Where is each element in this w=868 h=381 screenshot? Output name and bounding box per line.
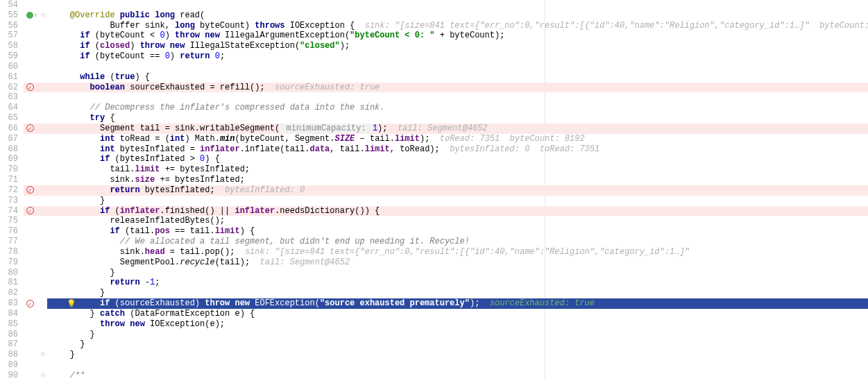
line-number: 57: [0, 31, 24, 41]
line-number: 56: [0, 21, 24, 31]
code-text[interactable]: [47, 0, 868, 10]
fold-toggle-icon[interactable]: ⊟: [39, 350, 47, 360]
code-line[interactable]: 57 if (byteCount < 0) throw new IllegalA…: [0, 31, 868, 41]
code-line[interactable]: 59 if (byteCount == 0) return 0;: [0, 51, 868, 62]
code-text[interactable]: @Override public long read(: [47, 10, 868, 21]
override-marker-icon[interactable]: [26, 12, 33, 19]
code-line[interactable]: 65 try {: [0, 113, 868, 124]
inline-hint: sourceExhausted: true: [490, 298, 595, 308]
code-line[interactable]: 64 // Decompress the inflater's compress…: [0, 103, 868, 113]
code-line[interactable]: 82 }: [0, 288, 868, 298]
code-editor[interactable]: 54 55↑⊟ @Override public long read( 56 B…: [0, 0, 868, 381]
code-line[interactable]: 88⊟ }: [0, 350, 868, 360]
code-line[interactable]: 67 int toRead = (int) Math.min(byteCount…: [0, 134, 868, 144]
up-arrow-icon: ↑: [34, 11, 37, 22]
code-line[interactable]: 66 Segment tail = sink.writableSegment( …: [0, 124, 868, 134]
code-line[interactable]: 77 // We allocated a tail segment, but d…: [0, 237, 868, 247]
code-line[interactable]: 73 }: [0, 196, 868, 206]
code-line[interactable]: 71 sink.size += bytesInflated;: [0, 175, 868, 185]
code-line[interactable]: 84 } catch (DataFormatException e) {: [0, 309, 868, 319]
code-line[interactable]: 76 if (tail.pos == tail.limit) {: [0, 226, 868, 237]
breakpoint-icon[interactable]: [26, 124, 34, 132]
breakpoint-icon[interactable]: [26, 186, 34, 194]
code-line[interactable]: 61 while (true) {: [0, 72, 868, 83]
code-line[interactable]: 79 SegmentPool.recycle(tail); tail: Segm…: [0, 257, 868, 268]
parameter-hint: minimumCapacity:: [280, 124, 373, 133]
code-line[interactable]: 62 boolean sourceExhausted = refill(); s…: [0, 83, 868, 93]
code-line[interactable]: 72 return bytesInflated; bytesInflated: …: [0, 185, 868, 196]
code-line[interactable]: 60: [0, 62, 868, 72]
code-line[interactable]: 81 return -1;: [0, 278, 868, 288]
code-line[interactable]: 70 tail.limit += bytesInflated;: [0, 164, 868, 175]
fold-gutter[interactable]: [39, 0, 47, 10]
code-line[interactable]: 80 }: [0, 268, 868, 278]
fold-toggle-icon[interactable]: ⊟: [39, 10, 47, 21]
code-line[interactable]: 85 throw new IOException(e);: [0, 319, 868, 330]
inline-hint: sourceExhausted: true: [275, 83, 380, 92]
code-line[interactable]: 78 sink.head = tail.pop(); sink: "[size=…: [0, 247, 868, 257]
code-line[interactable]: 58 if (closed) throw new IllegalStateExc…: [0, 41, 868, 51]
code-line[interactable]: 68 int bytesInflated = inflater.inflate(…: [0, 144, 868, 155]
code-line[interactable]: 69 if (bytesInflated > 0) {: [0, 154, 868, 164]
code-line[interactable]: 74 if (inflater.finished() || inflater.n…: [0, 206, 868, 217]
code-line-current[interactable]: 83💡 if (sourceExhausted) throw new EOFEx…: [0, 298, 868, 309]
code-line[interactable]: 89: [0, 360, 868, 371]
code-line[interactable]: 63: [0, 92, 868, 103]
line-number: 54: [0, 0, 24, 10]
code-line[interactable]: 55↑⊟ @Override public long read(: [0, 10, 868, 21]
code-text[interactable]: Buffer sink, long byteCount) throws IOEx…: [47, 21, 868, 31]
code-line[interactable]: 90⊟ /**: [0, 371, 868, 381]
breakpoint-icon[interactable]: [26, 83, 34, 91]
breakpoint-icon[interactable]: [26, 300, 34, 307]
code-line[interactable]: 54: [0, 0, 868, 10]
code-line[interactable]: 56 Buffer sink, long byteCount) throws I…: [0, 21, 868, 31]
code-line[interactable]: 75 releaseInflatedBytes();: [0, 216, 868, 226]
line-number: 55: [0, 10, 24, 21]
gutter-icons: [24, 0, 39, 10]
gutter-icons[interactable]: [24, 83, 39, 93]
code-line[interactable]: 87 }: [0, 339, 868, 350]
fold-toggle-icon[interactable]: ⊟: [39, 371, 47, 381]
gutter-icons[interactable]: ↑: [24, 10, 39, 21]
breakpoint-icon[interactable]: [26, 207, 34, 214]
code-line[interactable]: 86 }: [0, 330, 868, 340]
inline-hint: sink: "[size=841 text={"err_no":0,"resul…: [365, 21, 868, 31]
